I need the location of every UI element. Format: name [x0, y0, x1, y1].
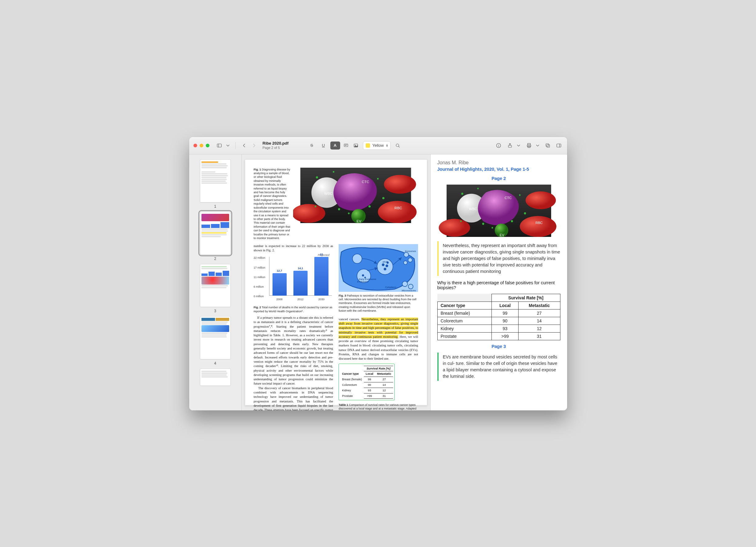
note-icon[interactable]: [342, 142, 350, 150]
zoom-window[interactable]: [206, 144, 209, 147]
page-viewport[interactable]: Fig. 1 Diagnosing disease by analyzing a…: [242, 154, 430, 410]
svg-rect-39: [217, 144, 221, 147]
sidebar-page-heading: Page 3: [437, 344, 560, 349]
print-menu-chevron-icon[interactable]: [535, 141, 541, 150]
share-menu-chevron-icon[interactable]: [515, 141, 522, 150]
close-window[interactable]: [193, 144, 197, 147]
image-icon[interactable]: [352, 142, 360, 150]
underline-button[interactable]: U: [319, 142, 328, 150]
svg-rect-56: [546, 144, 549, 146]
app-window: Ribe 2020.pdf Page 2 of 5 S U A Yellow ▴…: [189, 137, 567, 410]
nav-back-icon[interactable]: [240, 141, 249, 150]
right-panel-toggle-icon[interactable]: [555, 142, 563, 150]
highlight-color-label: Yellow: [372, 143, 384, 148]
toolbar: Ribe 2020.pdf Page 2 of 5 S U A Yellow ▴…: [189, 137, 567, 154]
sidebar-reference: Journal of Highlights, 2020, Vol. 1, Pag…: [437, 167, 560, 172]
pdf-page: Fig. 1 Diagnosing disease by analyzing a…: [245, 159, 427, 405]
svg-rect-57: [557, 144, 561, 147]
sidebar-menu-chevron-icon[interactable]: [225, 141, 231, 150]
body-left: If a primary tumor spreads to a distant …: [254, 316, 333, 410]
table1-box: Survival Rate [%] Cancer typeLocalMetast…: [339, 364, 395, 401]
fig3-caption: Fig. 3 Pathways to secretion of extracel…: [339, 294, 418, 313]
traffic-lights: [193, 144, 209, 147]
thumbnail-label: 3: [214, 309, 216, 313]
lead-text: number is expected to increase to 22 mil…: [254, 244, 333, 253]
thumbnail-page[interactable]: [199, 369, 232, 386]
sidebar-user-note[interactable]: Why is there a high percentage of false …: [437, 280, 560, 290]
table1: Survival Rate [%] Cancer typeLocalMetast…: [340, 366, 393, 399]
fig1-caption: Fig. 1 Diagnosing disease by analyzing a…: [254, 168, 291, 240]
fig1-image: [293, 168, 418, 223]
thumbnail-label: 1: [214, 204, 216, 209]
svg-point-45: [355, 145, 355, 145]
minimize-window[interactable]: [200, 144, 203, 147]
sidebar-table: Survival Rate [%] Cancer typeLocalMetast…: [437, 294, 560, 340]
sidebar-page-heading: Page 2: [437, 176, 560, 181]
strikethrough-button[interactable]: S: [307, 142, 317, 150]
notes-sidebar[interactable]: Jonas M. Ribe Journal of Highlights, 202…: [430, 154, 567, 410]
highlight-color-picker[interactable]: Yellow ▴▾: [363, 141, 391, 150]
table1-caption: Table 1 Comparison of survival rates for…: [339, 403, 418, 410]
sidebar-highlight-green[interactable]: EVs are membrane bound vesicles secreted…: [437, 353, 560, 381]
svg-line-47: [398, 146, 399, 147]
format-buttons: S U A: [307, 142, 360, 150]
search-icon[interactable]: [394, 142, 402, 150]
print-icon[interactable]: [525, 141, 533, 150]
thumbnail-page[interactable]: 4: [199, 316, 232, 365]
highlight-color-swatch: [366, 143, 370, 148]
thumbnail-label: 2: [214, 257, 216, 261]
sidebar-image-clip[interactable]: [437, 185, 560, 237]
svg-point-46: [396, 144, 399, 146]
thumbnail-page[interactable]: 3: [199, 264, 232, 313]
share-icon[interactable]: [506, 141, 514, 150]
nav-forward-icon[interactable]: [250, 141, 258, 150]
sidebar-author: Jonas M. Ribe: [437, 160, 560, 166]
sidebar-toggle-icon[interactable]: [215, 141, 224, 150]
document-title-block: Ribe 2020.pdf Page 2 of 5: [263, 141, 300, 150]
copy-icon[interactable]: [544, 142, 552, 150]
sidebar-highlight-yellow[interactable]: Nevertheless, they represent an importan…: [437, 241, 560, 276]
info-icon[interactable]: [495, 142, 503, 150]
thumbnail-page[interactable]: 2: [199, 212, 232, 261]
body-right: vanced cancers. Nevertheless, they repre…: [339, 317, 418, 361]
svg-point-50: [498, 144, 499, 145]
document-title: Ribe 2020.pdf: [263, 141, 300, 146]
svg-rect-52: [527, 143, 530, 145]
document-subtitle: Page 2 of 5: [263, 146, 300, 150]
fig2-chart: Projected0 million6 million11 million17 …: [254, 255, 333, 313]
text-color-button[interactable]: A: [330, 142, 340, 150]
thumbnail-panel[interactable]: 1 2 3 4: [189, 154, 242, 410]
fig3-image: [339, 243, 418, 293]
thumbnail-page[interactable]: 1: [199, 159, 232, 209]
svg-rect-55: [547, 145, 550, 147]
thumbnail-label: 4: [214, 361, 216, 365]
stepper-icon: ▴▾: [386, 144, 388, 147]
svg-rect-41: [344, 144, 348, 146]
